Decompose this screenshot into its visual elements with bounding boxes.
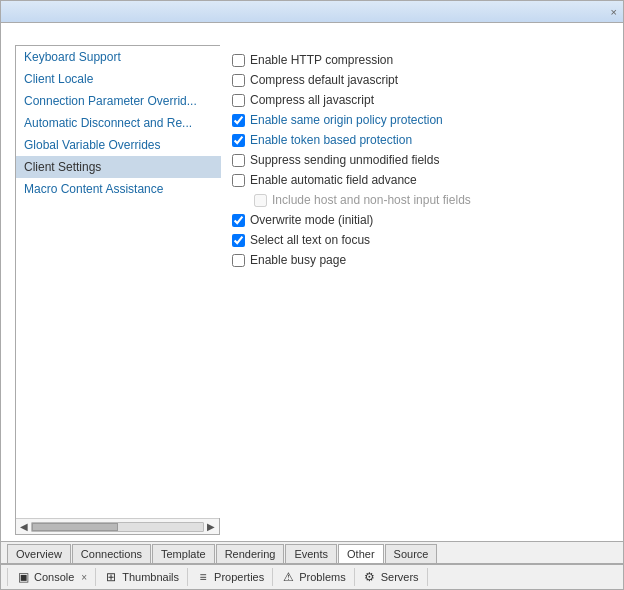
tab-connections[interactable]: Connections (72, 544, 151, 563)
sidebar-item-auto-disconnect[interactable]: Automatic Disconnect and Re... (16, 112, 221, 134)
checkbox-row-same-origin-policy: Enable same origin policy protection (232, 113, 597, 127)
status-item-problems[interactable]: ⚠Problems (273, 568, 354, 586)
checkbox-row-http-compression: Enable HTTP compression (232, 53, 597, 67)
checkbox-row-include-host-fields: Include host and non-host input fields (232, 193, 597, 207)
status-item-thumbnails[interactable]: ⊞Thumbnails (96, 568, 188, 586)
main-panel: Keyboard SupportClient LocaleConnection … (15, 45, 609, 535)
checkbox-label-select-all-text: Select all text on focus (250, 233, 370, 247)
status-item-servers[interactable]: ⚙Servers (355, 568, 428, 586)
properties-icon: ≡ (196, 570, 210, 584)
problems-icon: ⚠ (281, 570, 295, 584)
checkbox-label-auto-field-advance: Enable automatic field advance (250, 173, 417, 187)
scroll-right-arrow[interactable]: ▶ (205, 521, 217, 532)
checkbox-enable-busy-page[interactable] (232, 254, 245, 267)
checkbox-row-compress-all-js: Compress all javascript (232, 93, 597, 107)
checkbox-overwrite-mode[interactable] (232, 214, 245, 227)
checkbox-label-suppress-unmodified: Suppress sending unmodified fields (250, 153, 439, 167)
checkbox-row-compress-default-js: Compress default javascript (232, 73, 597, 87)
checkbox-compress-default-js[interactable] (232, 74, 245, 87)
title-bar: × (1, 1, 623, 23)
tab-source[interactable]: Source (385, 544, 438, 563)
checkbox-label-include-host-fields: Include host and non-host input fields (272, 193, 471, 207)
status-bar: ▣Console×⊞Thumbnails≡Properties⚠Problems… (1, 563, 623, 589)
sidebar-item-macro-content[interactable]: Macro Content Assistance (16, 178, 221, 200)
sidebar-scrollbar[interactable]: ◀ ▶ (16, 518, 219, 534)
status-label-properties: Properties (214, 571, 264, 583)
content-area: Keyboard SupportClient LocaleConnection … (1, 23, 623, 541)
sidebar-item-keyboard-support[interactable]: Keyboard Support (16, 46, 221, 68)
checkbox-suppress-unmodified[interactable] (232, 154, 245, 167)
tab-overview[interactable]: Overview (7, 544, 71, 563)
checkbox-include-host-fields[interactable] (254, 194, 267, 207)
status-item-properties[interactable]: ≡Properties (188, 568, 273, 586)
close-console-icon[interactable]: × (81, 572, 87, 583)
checkbox-row-select-all-text: Select all text on focus (232, 233, 597, 247)
tab-events[interactable]: Events (285, 544, 337, 563)
checkbox-token-based[interactable] (232, 134, 245, 147)
close-tab-icon[interactable]: × (611, 6, 617, 18)
settings-panel: Enable HTTP compressionCompress default … (220, 45, 609, 535)
scroll-track (31, 522, 204, 532)
scroll-left-arrow[interactable]: ◀ (18, 521, 30, 532)
sidebar-item-client-locale[interactable]: Client Locale (16, 68, 221, 90)
scroll-thumb (32, 523, 118, 531)
status-label-console: Console (34, 571, 74, 583)
checkbox-label-same-origin-policy: Enable same origin policy protection (250, 113, 443, 127)
checkbox-row-suppress-unmodified: Suppress sending unmodified fields (232, 153, 597, 167)
checkbox-label-http-compression: Enable HTTP compression (250, 53, 393, 67)
checkbox-row-enable-busy-page: Enable busy page (232, 253, 597, 267)
status-label-problems: Problems (299, 571, 345, 583)
tab-template[interactable]: Template (152, 544, 215, 563)
sidebar-item-global-variable[interactable]: Global Variable Overrides (16, 134, 221, 156)
checkbox-label-compress-default-js: Compress default javascript (250, 73, 398, 87)
checkbox-label-token-based: Enable token based protection (250, 133, 412, 147)
checkbox-row-token-based: Enable token based protection (232, 133, 597, 147)
sidebar-item-client-settings[interactable]: Client Settings (16, 156, 221, 178)
status-item-console[interactable]: ▣Console× (7, 568, 96, 586)
status-label-thumbnails: Thumbnails (122, 571, 179, 583)
checkbox-select-all-text[interactable] (232, 234, 245, 247)
checkbox-label-enable-busy-page: Enable busy page (250, 253, 346, 267)
sidebar: Keyboard SupportClient LocaleConnection … (16, 46, 221, 518)
checkbox-row-overwrite-mode: Overwrite mode (initial) (232, 213, 597, 227)
servers-icon: ⚙ (363, 570, 377, 584)
checkbox-label-overwrite-mode: Overwrite mode (initial) (250, 213, 373, 227)
checkbox-label-compress-all-js: Compress all javascript (250, 93, 374, 107)
tab-other[interactable]: Other (338, 544, 384, 564)
main-window: × Keyboard SupportClient LocaleConnectio… (0, 0, 624, 590)
console-icon: ▣ (16, 570, 30, 584)
checkbox-auto-field-advance[interactable] (232, 174, 245, 187)
status-label-servers: Servers (381, 571, 419, 583)
sidebar-item-connection-param[interactable]: Connection Parameter Overrid... (16, 90, 221, 112)
checkbox-http-compression[interactable] (232, 54, 245, 67)
thumbnails-icon: ⊞ (104, 570, 118, 584)
tab-rendering[interactable]: Rendering (216, 544, 285, 563)
checkbox-same-origin-policy[interactable] (232, 114, 245, 127)
checkbox-compress-all-js[interactable] (232, 94, 245, 107)
checkbox-row-auto-field-advance: Enable automatic field advance (232, 173, 597, 187)
bottom-tabs: OverviewConnectionsTemplateRenderingEven… (1, 541, 623, 563)
